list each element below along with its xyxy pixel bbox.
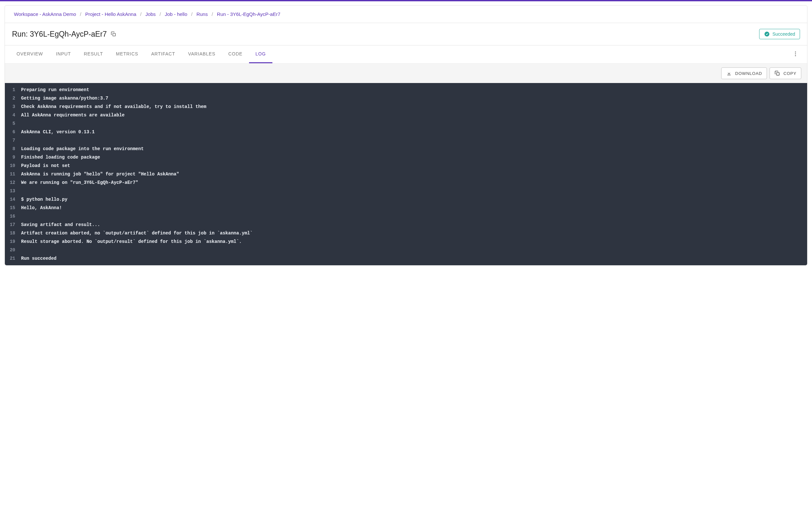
log-line: 3Check AskAnna requirements and if not a… [5, 103, 807, 111]
log-line-text: Run succeeded [21, 254, 56, 263]
download-icon [726, 70, 732, 76]
breadcrumb-workspace[interactable]: Workspace - AskAnna Demo [14, 11, 76, 17]
tab-result[interactable]: RESULT [78, 46, 110, 63]
log-line-text: Finished loading code package [21, 153, 100, 162]
log-line-number: 20 [5, 246, 21, 254]
tabs: OVERVIEW INPUT RESULT METRICS ARTIFACT V… [5, 46, 807, 63]
log-line: 9Finished loading code package [5, 153, 807, 162]
log-line-text: $ python hello.py [21, 195, 67, 204]
log-line: 17Saving artifact and result... [5, 221, 807, 229]
log-line-number: 9 [5, 153, 21, 162]
tab-artifact[interactable]: ARTIFACT [145, 46, 182, 63]
log-line-text: Loading code package into the run enviro… [21, 145, 144, 153]
log-line: 2Getting image askanna/python:3.7 [5, 94, 807, 103]
copy-icon [111, 31, 116, 37]
tab-log[interactable]: LOG [249, 46, 272, 63]
tab-metrics[interactable]: METRICS [110, 46, 145, 63]
svg-point-3 [795, 53, 796, 54]
breadcrumb-sep: / [191, 11, 192, 17]
log-line: 12We are running on "run_3Y6L-EgQh-AycP-… [5, 178, 807, 187]
breadcrumb-run[interactable]: Run - 3Y6L-EgQh-AycP-aEr7 [217, 11, 281, 17]
log-output: 1Preparing run environment2Getting image… [5, 83, 807, 265]
log-line-number: 8 [5, 145, 21, 153]
log-line-text: Check AskAnna requirements and if not av… [21, 103, 206, 111]
page-title: Run: 3Y6L-EgQh-AycP-aEr7 [12, 30, 107, 38]
svg-rect-5 [777, 73, 779, 75]
log-line-text: Hello, AskAnna! [21, 204, 62, 212]
log-line-text: Result storage aborted. No `output/resul… [21, 237, 242, 246]
log-line-number: 7 [5, 136, 21, 145]
log-line-text: Artifact creation aborted, no `output/ar… [21, 229, 253, 237]
svg-point-4 [795, 55, 796, 56]
log-line-text: AskAnna CLI, version 0.13.1 [21, 128, 95, 136]
log-line: 13 [5, 187, 807, 195]
log-line-number: 14 [5, 195, 21, 204]
log-line-number: 19 [5, 237, 21, 246]
copy-icon [774, 70, 780, 76]
copy-label: COPY [783, 71, 796, 76]
log-line-number: 1 [5, 86, 21, 94]
log-line: 4All AskAnna requirements are available [5, 111, 807, 119]
log-line-text: All AskAnna requirements are available [21, 111, 124, 119]
log-toolbar: DOWNLOAD COPY [5, 63, 807, 83]
log-line-text: Saving artifact and result... [21, 221, 100, 229]
log-line-text: AskAnna is running job "hello" for proje… [21, 170, 179, 178]
log-line-number: 21 [5, 254, 21, 263]
breadcrumb-sep: / [212, 11, 213, 17]
breadcrumb-sep: / [80, 11, 81, 17]
log-line: 15Hello, AskAnna! [5, 204, 807, 212]
log-line: 18Artifact creation aborted, no `output/… [5, 229, 807, 237]
log-line-number: 13 [5, 187, 21, 195]
log-line: 7 [5, 136, 807, 145]
breadcrumb-jobs[interactable]: Jobs [145, 11, 156, 17]
log-line: 21Run succeeded [5, 254, 807, 263]
svg-rect-0 [113, 33, 115, 36]
log-line-text: We are running on "run_3Y6L-EgQh-AycP-aE… [21, 178, 138, 187]
log-line: 16 [5, 212, 807, 221]
breadcrumb-sep: / [140, 11, 141, 17]
breadcrumb-runs[interactable]: Runs [197, 11, 208, 17]
log-line-number: 3 [5, 103, 21, 111]
log-line-number: 18 [5, 229, 21, 237]
download-button[interactable]: DOWNLOAD [721, 67, 767, 79]
breadcrumb-job[interactable]: Job - hello [165, 11, 187, 17]
log-line: 6AskAnna CLI, version 0.13.1 [5, 128, 807, 136]
dots-vertical-icon [792, 51, 799, 57]
log-line: 11AskAnna is running job "hello" for pro… [5, 170, 807, 178]
more-menu-button[interactable] [789, 47, 802, 62]
log-line: 20 [5, 246, 807, 254]
tab-overview[interactable]: OVERVIEW [10, 46, 50, 63]
log-line: 1Preparing run environment [5, 86, 807, 94]
log-line-number: 4 [5, 111, 21, 119]
status-label: Succeeded [773, 31, 795, 37]
run-card: Workspace - AskAnna Demo / Project - Hel… [4, 5, 808, 265]
log-line: 8Loading code package into the run envir… [5, 145, 807, 153]
log-line-text: Getting image askanna/python:3.7 [21, 94, 108, 103]
title-left: Run: 3Y6L-EgQh-AycP-aEr7 [12, 30, 116, 38]
log-line-text: Payload is not set [21, 162, 70, 170]
check-circle-icon [764, 31, 770, 37]
breadcrumb-sep: / [160, 11, 161, 17]
log-line: 19Result storage aborted. No `output/res… [5, 237, 807, 246]
log-line-text: Preparing run environment [21, 86, 89, 94]
log-line-number: 10 [5, 162, 21, 170]
log-line: 10Payload is not set [5, 162, 807, 170]
status-badge: Succeeded [759, 29, 800, 39]
tab-code[interactable]: CODE [222, 46, 249, 63]
log-line: 5 [5, 119, 807, 128]
log-line-number: 15 [5, 204, 21, 212]
log-line-number: 5 [5, 119, 21, 128]
copy-title-button[interactable] [111, 31, 116, 37]
log-line-number: 17 [5, 221, 21, 229]
svg-point-1 [764, 32, 769, 37]
log-line-number: 12 [5, 178, 21, 187]
tab-variables[interactable]: VARIABLES [182, 46, 222, 63]
breadcrumb: Workspace - AskAnna Demo / Project - Hel… [5, 5, 807, 23]
title-row: Run: 3Y6L-EgQh-AycP-aEr7 Succeeded [5, 23, 807, 46]
log-line-number: 2 [5, 94, 21, 103]
log-line: 14$ python hello.py [5, 195, 807, 204]
tab-input[interactable]: INPUT [50, 46, 78, 63]
breadcrumb-project[interactable]: Project - Hello AskAnna [85, 11, 137, 17]
copy-button[interactable]: COPY [770, 67, 801, 79]
log-line-number: 11 [5, 170, 21, 178]
